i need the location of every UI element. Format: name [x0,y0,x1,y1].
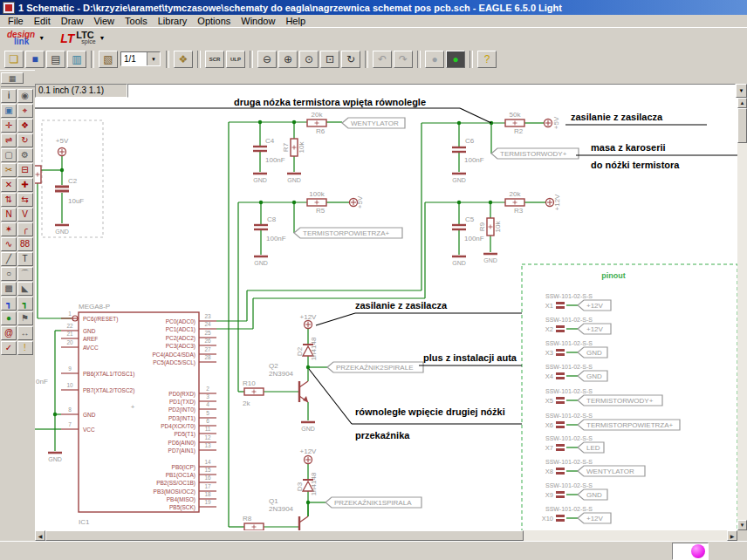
run-script-icon[interactable]: SCR [205,51,224,68]
zoom-select-icon[interactable]: ⊙ [299,51,319,68]
zoom-in-icon[interactable]: ⊕ [278,51,298,68]
magenta-indicator-icon[interactable] [691,544,705,558]
chevron-down-icon[interactable]: ▼ [147,52,160,65]
tool-add-icon[interactable]: ✚ [17,178,33,192]
tool-mark-icon[interactable]: ⌖ [17,104,33,118]
menu-edit[interactable]: Edit [29,16,56,26]
chevron-down-icon[interactable]: ▼ [99,35,106,41]
toolbar-separator [469,51,473,68]
tool-polygon-icon[interactable]: ◣ [17,282,33,296]
menu-options[interactable]: Options [192,16,236,26]
svg-text:TERMISTORWODY+: TERMISTORWODY+ [500,150,567,158]
svg-text:PB1(OC1A): PB1(OC1A) [166,472,195,479]
cam-processor-icon[interactable]: ▥ [67,51,86,68]
go-icon[interactable]: ● [446,51,465,68]
stop-icon[interactable]: ● [425,51,444,68]
tool-name-icon[interactable]: N [1,208,17,222]
horizontal-scroll-thumb[interactable] [45,530,524,541]
tool-wire-icon[interactable]: ╱ [1,252,17,266]
tool-paste-icon[interactable]: ⊟ [17,163,33,177]
tool-miter-icon[interactable]: ╭ [17,222,33,236]
tool-cut-icon[interactable]: ✂ [1,163,17,177]
tool-rect-icon[interactable]: ▩ [1,282,17,296]
menu-view[interactable]: View [88,16,120,26]
svg-text:2N3904: 2N3904 [269,505,294,513]
vertical-scrollbar[interactable]: ▲ ▼ [737,98,747,530]
svg-text:IC1: IC1 [79,518,90,526]
tool-change-icon[interactable]: ⚙ [17,148,33,162]
menu-window[interactable]: Window [236,16,280,26]
tool-move-icon[interactable]: ✛ [1,119,17,133]
sheet-selector[interactable]: 1/1▼ [120,51,161,66]
undo-icon[interactable]: ↶ [373,51,392,68]
chevron-down-icon[interactable]: ▼ [38,35,45,41]
tool-errors-icon[interactable]: ! [17,341,33,355]
tool-smash-icon[interactable]: ✶ [1,222,17,236]
scroll-up-icon[interactable]: ▲ [737,98,747,108]
tool-pinswap-icon[interactable]: ⇅ [1,193,17,207]
resistors[interactable] [35,120,524,530]
board-icon[interactable]: ▧ [99,51,118,68]
tool-text-icon[interactable]: T [17,252,33,266]
svg-text:C5: C5 [465,215,475,223]
vertical-scroll-thumb[interactable] [737,108,747,143]
tool-arc-icon[interactable]: ⌒ [17,267,33,281]
schematic-canvas[interactable]: GNDGNDGNDGNDGNDGNDGNDGNDGNDWENTYLATORTER… [35,98,737,530]
svg-text:WENTYLATOR: WENTYLATOR [351,120,399,127]
tool-display-icon[interactable]: ▣ [1,104,17,118]
svg-text:6: 6 [206,418,209,424]
titlebar[interactable]: 1 Schematic - D:\krzyzie\aramet\tymczaso… [0,0,747,15]
tool-gateswap-icon[interactable]: ⇆ [17,193,33,207]
zoom-out-icon[interactable]: ⊖ [257,51,277,68]
scroll-right-icon[interactable]: ▶ [727,530,737,541]
tool-invoke-icon[interactable]: 88 [17,237,33,251]
tool-attribute-icon[interactable]: @ [1,326,17,340]
tool-net-icon[interactable]: ┓ [17,297,33,311]
zoom-fit-icon[interactable]: ⊡ [320,51,339,68]
tool-rotate-icon[interactable]: ↻ [17,133,33,147]
tool-mirror-icon[interactable]: ⇌ [1,133,17,147]
annotations[interactable]: druga nózka termistora wpięta równolegle… [35,98,737,440]
svg-text:20k: 20k [510,190,522,198]
zoom-redraw-icon[interactable]: ↻ [341,51,360,68]
svg-text:SSW-101-02-S-S: SSW-101-02-S-S [545,435,593,441]
command-history-dropdown[interactable]: ▼ [736,84,747,98]
design-link-button[interactable]: design link ▼ [7,31,51,45]
tool-label-icon[interactable]: ⚑ [17,311,33,325]
tool-circle-icon[interactable]: ○ [1,267,17,281]
menu-library[interactable]: Library [153,16,193,26]
tool-erc-icon[interactable]: ✓ [1,341,17,355]
tool-show-icon[interactable]: ◉ [17,89,33,103]
svg-text:100nF: 100nF [464,235,484,242]
horizontal-scrollbar[interactable]: ◀ ▶ [35,530,737,541]
scroll-left-icon[interactable]: ◀ [35,530,45,541]
redo-icon[interactable]: ↷ [394,51,413,68]
grid-icon[interactable]: ▦ [1,72,24,84]
ltc-spice-button[interactable]: LT LTC spice ▼ [60,31,112,45]
toolbar-separator [250,51,253,68]
tool-bus-icon[interactable]: ┓ [1,297,17,311]
open-icon[interactable]: ❏ [4,51,24,68]
menu-tools[interactable]: Tools [120,16,153,26]
run-ulp-icon[interactable]: ULP [226,51,245,68]
tool-junction-icon[interactable]: ● [1,311,17,325]
menu-draw[interactable]: Draw [56,16,89,26]
tool-dimension-icon[interactable]: ↔ [17,326,33,340]
tool-split-icon[interactable]: ∿ [1,237,17,251]
tool-delete-icon[interactable]: ✕ [1,178,17,192]
scroll-down-icon[interactable]: ▼ [737,520,747,530]
tool-value-icon[interactable]: V [17,208,33,222]
save-icon[interactable]: ■ [25,51,45,68]
pinout-box[interactable]: pinoutSSW-101-02-S-SX1+12VSSW-101-02-S-S… [522,264,737,530]
ic-mega8[interactable]: MEGA8-PIC11PC6(/RESET)22GND21AREF20AVCC9… [61,303,216,526]
command-input[interactable] [127,84,736,98]
use-icon[interactable]: ❖ [174,51,193,68]
help-icon[interactable]: ? [477,51,497,68]
menu-help[interactable]: Help [280,16,311,26]
tool-copy-icon[interactable]: ❖ [17,119,33,133]
tool-group-icon[interactable]: ▢ [1,148,17,162]
svg-text:C6: C6 [465,137,475,145]
tool-info-icon[interactable]: i [1,89,17,103]
print-icon[interactable]: ▤ [46,51,65,68]
menu-file[interactable]: File [3,16,29,26]
